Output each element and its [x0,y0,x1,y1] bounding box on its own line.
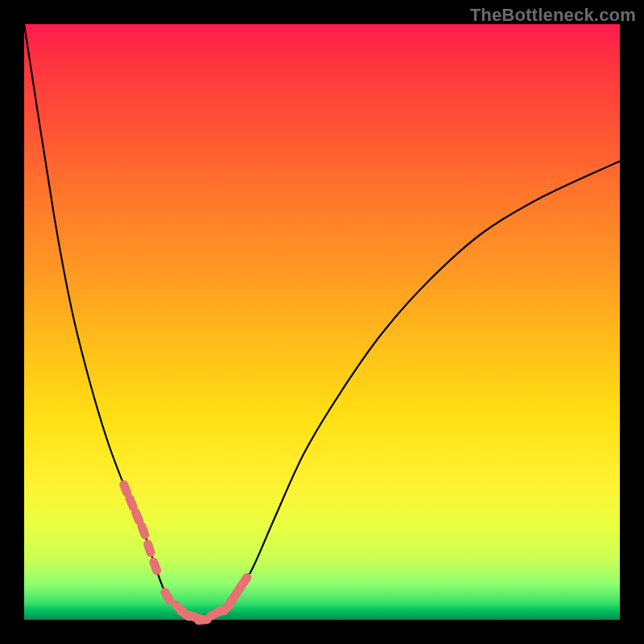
curve-svg [24,24,620,620]
curve-markers [118,479,254,625]
bottleneck-curve [24,24,620,620]
watermark-text: TheBottleneck.com [470,5,636,26]
plot-area [24,24,620,620]
chart-frame: TheBottleneck.com [0,0,644,644]
curve-marker [148,556,163,576]
curve-marker [142,539,156,558]
